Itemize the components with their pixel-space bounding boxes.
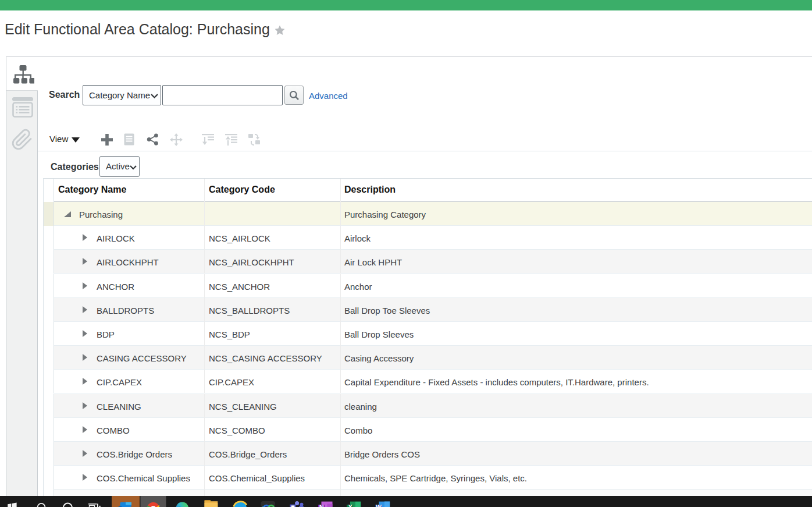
svg-text:W: W — [376, 504, 382, 507]
svg-text:X: X — [348, 504, 353, 507]
svg-text:N: N — [319, 504, 324, 507]
